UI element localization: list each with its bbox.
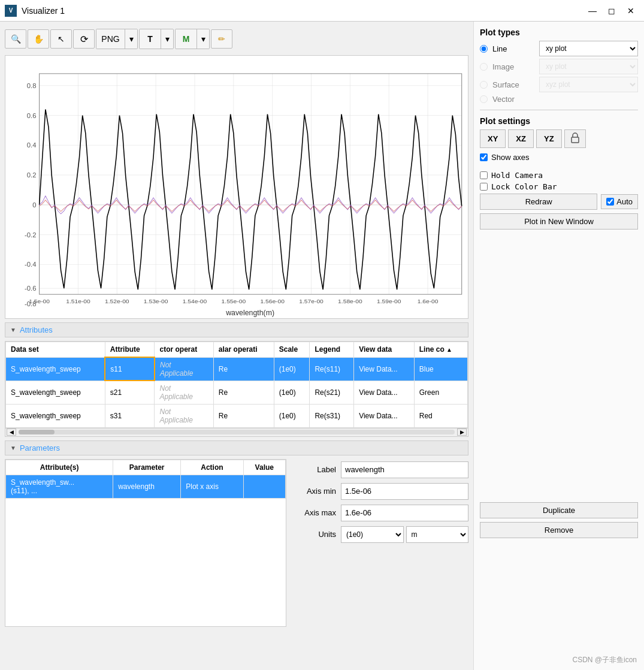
radio-row-line: Line xy plot — [480, 41, 638, 56]
param-cell-value — [243, 475, 285, 498]
xy-button[interactable]: XY — [480, 129, 506, 148]
hscroll-thumb[interactable] — [19, 430, 55, 434]
attributes-table-scroll[interactable]: Data set Attribute ctor operat alar oper… — [5, 342, 468, 428]
lock-color-bar-label: Lock Color Bar — [491, 182, 557, 191]
text-dropdown[interactable]: ▾ — [161, 29, 173, 49]
radio-surface-label: Surface — [492, 80, 534, 89]
axis-min-input[interactable] — [341, 483, 468, 500]
cell-legend: Re(s31) — [310, 404, 354, 427]
lock-color-bar-checkbox[interactable] — [480, 183, 488, 191]
remove-button[interactable]: Remove — [480, 522, 638, 538]
cell-scale: (1e0) — [274, 404, 310, 427]
col-legend: Legend — [310, 342, 354, 358]
parameters-section-header[interactable]: ▼ Parameters — [5, 440, 468, 455]
show-axes-checkbox[interactable] — [480, 153, 488, 161]
text-button[interactable]: T — [140, 29, 161, 49]
col-viewdata: View data — [354, 342, 415, 358]
param-col-action: Action — [181, 460, 243, 475]
cell-viewdata[interactable]: View Data... — [354, 404, 415, 427]
param-col-param: Parameter — [113, 460, 181, 475]
cell-dataset: S_wavelength_sweep — [6, 381, 105, 404]
auto-checkbox[interactable] — [606, 198, 614, 206]
right-action-buttons: Duplicate Remove — [480, 502, 638, 538]
cell-attr: s31 — [105, 404, 155, 427]
redraw-button[interactable]: Redraw — [480, 194, 597, 210]
marker-button[interactable]: M — [176, 29, 197, 49]
text-tool-group: T ▾ — [139, 29, 174, 49]
marker-dropdown[interactable]: ▾ — [197, 29, 209, 49]
title-bar-left: V Visualizer 1 — [5, 5, 65, 17]
parameters-arrow: ▼ — [10, 445, 16, 451]
scroll-right-btn[interactable]: ▶ — [457, 428, 467, 436]
window-controls: — ◻ ✕ — [584, 2, 639, 19]
units-value-select[interactable]: (1e0) — [341, 526, 404, 543]
svg-text:1.59e-00: 1.59e-00 — [377, 298, 401, 304]
cell-vec-op: NotApplicable — [155, 404, 213, 427]
attributes-hscrollbar[interactable]: ◀ ▶ — [5, 428, 468, 436]
cell-vec-op: NotApplicable — [155, 381, 213, 404]
image-type-select: xy plot — [539, 59, 638, 74]
png-button[interactable]: PNG — [96, 29, 125, 49]
cell-scal-op: Re — [213, 404, 274, 427]
rotate-tool[interactable]: ⟳ — [73, 29, 95, 49]
plot-area: 0.8 0.6 0.4 0.2 0 -0.2 -0.4 -0.6 -0.8 1.… — [5, 55, 468, 319]
plot-settings-section: Plot settings XY XZ YZ Show axes — [480, 116, 638, 230]
radio-row-vector: Vector — [480, 95, 638, 104]
svg-text:1.56e-00: 1.56e-00 — [260, 298, 285, 304]
yz-button[interactable]: YZ — [536, 129, 562, 148]
radio-vector-label: Vector — [492, 95, 534, 104]
png-dropdown[interactable]: ▾ — [125, 29, 137, 49]
settings-axis-buttons: XY XZ YZ — [480, 129, 638, 148]
scroll-left-btn[interactable]: ◀ — [7, 428, 16, 436]
select-tool[interactable]: ↖ — [50, 29, 72, 49]
table-row[interactable]: S_wavelength_sweep s31 NotApplicable Re … — [6, 404, 468, 427]
label-row: Label — [291, 461, 468, 478]
cell-scale: (1e0) — [274, 381, 310, 404]
params-header-row: Attribute(s) Parameter Action Value — [6, 460, 286, 475]
cell-linecolor: Green — [414, 381, 467, 404]
action-buttons: Redraw Auto Plot in New Window — [480, 194, 638, 230]
radio-image-label: Image — [492, 62, 534, 71]
attributes-table: Data set Attribute ctor operat alar oper… — [5, 342, 468, 428]
svg-text:0.6: 0.6 — [27, 112, 37, 119]
brush-tool[interactable]: ✏ — [211, 29, 232, 49]
lock-button[interactable] — [564, 129, 586, 148]
main-container: 🔍 ✋ ↖ ⟳ PNG ▾ T ▾ M ▾ ✏ — [0, 22, 644, 670]
minimize-button[interactable]: — — [584, 2, 601, 19]
radio-line[interactable] — [480, 45, 488, 53]
hold-camera-label: Hold Camera — [491, 171, 543, 180]
plot-new-window-button[interactable]: Plot in New Window — [480, 213, 638, 230]
right-spacer-bottom — [480, 544, 638, 664]
svg-text:1.58e-00: 1.58e-00 — [338, 298, 362, 304]
zoom-tool[interactable]: 🔍 — [5, 29, 26, 49]
xz-button[interactable]: XZ — [508, 129, 534, 148]
hold-camera-checkbox[interactable] — [480, 171, 488, 179]
radio-row-surface: Surface xyz plot — [480, 77, 638, 92]
cell-legend: Re(s11) — [310, 357, 354, 381]
label-input[interactable] — [341, 461, 468, 478]
parameters-title: Parameters — [20, 443, 60, 452]
table-row[interactable]: S_wavelength_sweep s11 NotApplicable Re … — [6, 357, 468, 381]
svg-text:wavelength(m): wavelength(m) — [225, 309, 274, 317]
pan-tool[interactable]: ✋ — [28, 29, 49, 49]
maximize-button[interactable]: ◻ — [603, 2, 620, 19]
plot-type-radio-group: Line xy plot Image xy plot Surface — [480, 41, 638, 104]
units-row: Units (1e0) m — [291, 526, 468, 543]
duplicate-button[interactable]: Duplicate — [480, 502, 638, 518]
cell-viewdata[interactable]: View Data... — [354, 357, 415, 381]
right-panel: Plot types Line xy plot Image xy plot — [473, 22, 644, 670]
attributes-section-header[interactable]: ▼ Attributes — [5, 322, 468, 337]
cell-scal-op: Re — [213, 381, 274, 404]
axis-min-row: Axis min — [291, 483, 468, 500]
radio-vector — [480, 95, 488, 103]
cell-linecolor: Blue — [414, 357, 467, 381]
units-type-select[interactable]: m — [406, 526, 469, 543]
param-col-value: Value — [243, 460, 285, 475]
table-row[interactable]: S_wavelength_sw...(s11), ... wavelength … — [6, 475, 286, 498]
axis-max-input[interactable] — [341, 505, 468, 521]
line-type-select[interactable]: xy plot — [539, 41, 638, 56]
table-row[interactable]: S_wavelength_sweep s21 NotApplicable Re … — [6, 381, 468, 404]
close-button[interactable]: ✕ — [622, 2, 639, 19]
svg-text:-0.6: -0.6 — [25, 285, 36, 292]
cell-viewdata[interactable]: View Data... — [354, 381, 415, 404]
